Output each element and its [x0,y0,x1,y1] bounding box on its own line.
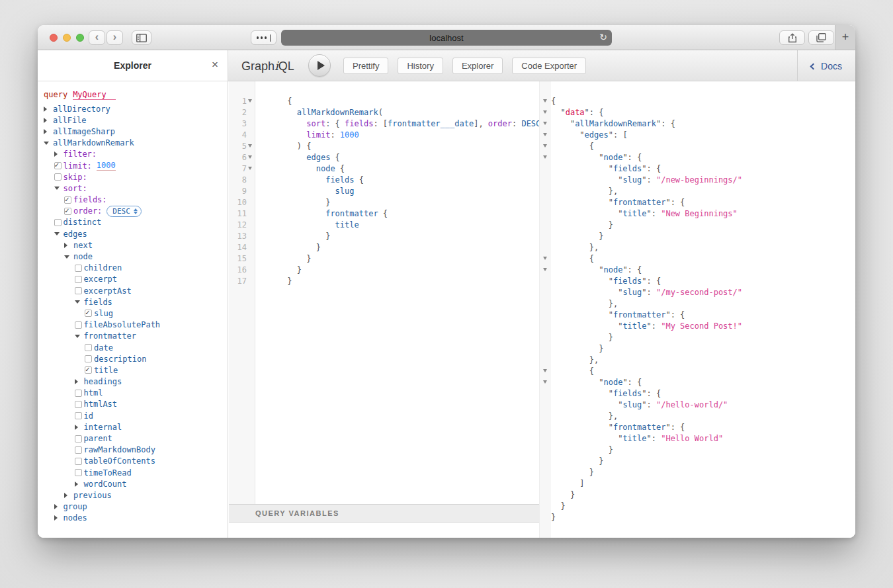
explorer-item-html[interactable]: html [38,388,228,399]
explorer-item-distinct[interactable]: distinct [38,217,228,228]
chevron-right-icon[interactable] [44,106,52,112]
query-editor[interactable]: 1 {2 allMarkdownRemark(3 sort: { fields:… [228,81,539,504]
checked-checkbox[interactable] [85,366,92,374]
explorer-item-filter[interactable]: filter: [38,149,228,160]
unchecked-checkbox[interactable] [75,276,82,283]
chevron-down-icon[interactable] [75,300,83,304]
fold-icon[interactable] [543,369,547,372]
chevron-right-icon[interactable] [44,118,52,123]
explorer-item-previous[interactable]: previous [38,489,228,501]
checked-checkbox[interactable] [64,196,71,204]
explorer-item-htmlast[interactable]: htmlAst [38,399,228,410]
explorer-item-group[interactable]: group [38,501,228,513]
history-button[interactable]: History [398,58,443,74]
chevron-right-icon[interactable] [54,151,62,157]
unchecked-checkbox[interactable] [75,321,82,329]
chevron-right-icon[interactable] [75,379,83,384]
back-button[interactable]: ‹ [89,30,105,45]
fold-icon[interactable] [248,144,252,147]
fold-icon[interactable] [543,110,547,114]
explorer-item-skip[interactable]: skip: [38,171,228,183]
query-variables-bar[interactable]: QUERY VARIABLES [229,504,539,523]
explorer-item-excerpt[interactable]: excerpt [38,274,228,285]
checked-checkbox[interactable] [85,310,92,317]
explorer-item-allmarkdownremark[interactable]: allMarkdownRemark [38,138,228,149]
fold-icon[interactable] [543,133,547,136]
fold-icon[interactable] [543,155,547,159]
fold-icon[interactable] [543,122,547,125]
unchecked-checkbox[interactable] [85,355,92,362]
code-exporter-button[interactable]: Code Exporter [512,58,586,74]
explorer-item-sort[interactable]: sort: [38,183,228,194]
unchecked-checkbox[interactable] [54,219,62,226]
chevron-down-icon[interactable] [54,232,62,235]
unchecked-checkbox[interactable] [75,469,82,476]
sidebar-toggle-button[interactable] [132,30,151,45]
query-name-input[interactable]: MyQuery [73,90,116,100]
close-icon[interactable]: × [212,59,218,70]
unchecked-checkbox[interactable] [75,458,82,465]
explorer-item-limit[interactable]: limit:1000 [38,160,228,171]
fold-icon[interactable] [248,99,252,103]
chevron-right-icon[interactable] [54,515,62,521]
explorer-item-nodes[interactable]: nodes [38,513,228,524]
prettify-button[interactable]: Prettify [343,58,388,74]
explorer-item-description[interactable]: description [38,353,228,364]
close-window-button[interactable] [50,34,58,42]
explorer-item-parent[interactable]: parent [38,433,228,444]
explorer-item-timetoread[interactable]: timeToRead [38,467,228,478]
explorer-item-excerptast[interactable]: excerptAst [38,285,228,296]
chevron-right-icon[interactable] [44,129,52,134]
chevron-down-icon[interactable] [44,142,52,145]
explorer-item-id[interactable]: id [38,410,228,421]
explorer-item-alldirectory[interactable]: allDirectory [38,103,228,114]
explorer-item-edges[interactable]: edges [38,228,228,239]
explorer-item-slug[interactable]: slug [38,308,228,319]
explorer-item-allfile[interactable]: allFile [38,114,228,126]
forward-button[interactable]: › [106,30,123,45]
chevron-down-icon[interactable] [54,187,62,190]
explorer-item-headings[interactable]: headings [38,376,228,388]
unchecked-checkbox[interactable] [75,401,82,408]
fold-icon[interactable] [248,155,252,159]
chevron-right-icon[interactable] [64,243,72,248]
chevron-down-icon[interactable] [64,255,72,259]
minimize-window-button[interactable] [63,34,71,42]
new-tab-button[interactable]: + [835,25,855,50]
share-button[interactable] [779,30,805,45]
fold-icon[interactable] [543,99,547,103]
explorer-item-fileabsolutepath[interactable]: fileAbsolutePath [38,319,228,331]
fold-icon[interactable] [543,144,547,147]
address-bar[interactable]: localhost ↻ [281,30,612,46]
fold-icon[interactable] [543,268,547,271]
enum-select[interactable]: DESC [106,206,142,217]
execute-query-button[interactable] [308,54,331,77]
unchecked-checkbox[interactable] [75,265,82,272]
chevron-right-icon[interactable] [54,504,62,509]
explorer-item-date[interactable]: date [38,342,228,353]
unchecked-checkbox[interactable] [75,287,82,294]
explorer-item-order[interactable]: order:DESC [38,206,228,217]
fold-icon[interactable] [248,167,252,170]
explorer-item-wordcount[interactable]: wordCount [38,478,228,489]
unchecked-checkbox[interactable] [85,344,92,351]
explorer-item-fields[interactable]: fields: [38,194,228,206]
reload-icon[interactable]: ↻ [599,32,607,42]
show-all-tabs-button[interactable] [808,30,834,45]
unchecked-checkbox[interactable] [54,173,62,181]
explorer-item-internal[interactable]: internal [38,421,228,433]
unchecked-checkbox[interactable] [75,435,82,442]
checked-checkbox[interactable] [54,162,62,169]
explorer-item-tableofcontents[interactable]: tableOfContents [38,456,228,467]
fold-icon[interactable] [543,257,547,260]
argument-value-input[interactable]: 1000 [97,161,116,171]
explorer-item-frontmatter[interactable]: frontmatter [38,331,228,342]
tab-overview-button[interactable] [251,30,276,45]
zoom-window-button[interactable] [76,34,84,42]
unchecked-checkbox[interactable] [75,390,82,397]
docs-toggle-button[interactable]: Docs [797,50,855,81]
explorer-item-title[interactable]: title [38,364,228,376]
explorer-item-next[interactable]: next [38,239,228,251]
explorer-item-allimagesharp[interactable]: allImageSharp [38,126,228,137]
chevron-down-icon[interactable] [75,335,83,338]
